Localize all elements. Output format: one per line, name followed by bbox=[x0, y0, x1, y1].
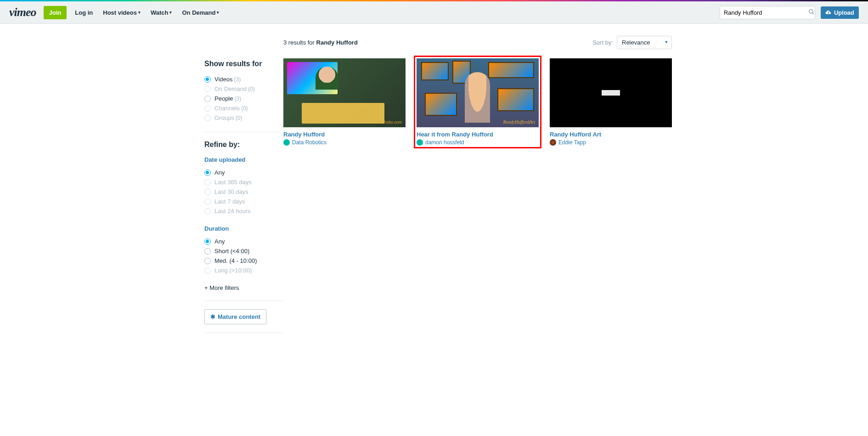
svg-point-0 bbox=[809, 9, 813, 13]
main-header: vimeo Join Log in Host videos▾ Watch▾ On… bbox=[0, 1, 868, 24]
filter-count: (3) bbox=[234, 96, 241, 102]
filter-option: Channels(0) bbox=[204, 103, 283, 113]
nav-on-demand[interactable]: On Demand▾ bbox=[182, 9, 219, 16]
sort-dropdown[interactable]: Relevance bbox=[617, 36, 672, 49]
filter-option[interactable]: Videos(3) bbox=[204, 74, 283, 84]
cloud-upload-icon bbox=[825, 9, 832, 16]
svg-line-1 bbox=[812, 12, 814, 14]
nav-label: Watch bbox=[151, 9, 169, 16]
filter-label: Med. (4 - 10:00) bbox=[214, 257, 257, 264]
user-avatar-icon bbox=[550, 139, 556, 146]
filter-label: Short (<4:00) bbox=[214, 248, 249, 255]
filter-option[interactable]: People(3) bbox=[204, 94, 283, 103]
radio-icon bbox=[204, 115, 211, 121]
join-button[interactable]: Join bbox=[44, 6, 67, 19]
video-card[interactable]: drobo.com Randy Hufford Data Robotics bbox=[283, 58, 406, 148]
filter-label: Videos bbox=[214, 76, 233, 83]
duration-list: AnyShort (<4:00)Med. (4 - 10:00)Long (>1… bbox=[204, 237, 283, 275]
video-grid: drobo.com Randy Hufford Data Robotics Ra… bbox=[283, 58, 672, 148]
filter-label: Groups bbox=[214, 114, 234, 121]
upload-label: Upload bbox=[834, 9, 854, 16]
video-thumbnail[interactable]: RandyHuffordArt bbox=[417, 58, 539, 127]
mature-content-button[interactable]: ✱ Mature content bbox=[204, 309, 266, 324]
user-avatar-icon bbox=[417, 139, 423, 146]
divider bbox=[204, 132, 283, 132]
filter-count: (3) bbox=[234, 76, 241, 83]
radio-icon bbox=[204, 258, 211, 264]
radio-icon bbox=[204, 170, 211, 176]
video-uploader[interactable]: Data Robotics bbox=[283, 139, 406, 146]
filter-count: (0) bbox=[248, 86, 255, 92]
filter-option: Long (>10:00) bbox=[204, 266, 283, 275]
filter-count: (0) bbox=[241, 105, 248, 112]
video-thumbnail[interactable] bbox=[550, 58, 672, 127]
radio-icon bbox=[204, 198, 211, 205]
duration-heading: Duration bbox=[204, 225, 283, 232]
filter-label: Channels bbox=[214, 105, 240, 112]
search-box bbox=[720, 6, 815, 19]
radio-icon bbox=[204, 105, 211, 112]
filter-label: Last 24 hours bbox=[214, 208, 251, 215]
nav-watch[interactable]: Watch▾ bbox=[151, 9, 172, 16]
filter-label: Any bbox=[214, 238, 225, 245]
filter-option[interactable]: Any bbox=[204, 168, 283, 177]
radio-icon bbox=[204, 248, 211, 255]
filter-count: (0) bbox=[236, 115, 242, 121]
radio-icon bbox=[204, 267, 211, 274]
user-avatar-icon bbox=[283, 139, 290, 146]
filter-option: Last 365 days bbox=[204, 177, 283, 187]
divider bbox=[204, 333, 283, 333]
search-input[interactable] bbox=[720, 6, 805, 19]
refine-heading: Refine by: bbox=[204, 141, 283, 149]
filter-label: Last 30 days bbox=[214, 188, 248, 195]
date-uploaded-list: AnyLast 365 daysLast 30 daysLast 7 daysL… bbox=[204, 168, 283, 216]
chevron-down-icon: ▾ bbox=[217, 10, 219, 15]
results-count-text: 3 results for Randy Hufford bbox=[283, 39, 358, 46]
video-thumbnail[interactable]: drobo.com bbox=[283, 58, 406, 127]
video-card[interactable]: Randy Hufford Art Eddie Tapp bbox=[550, 58, 672, 148]
nav-label: On Demand bbox=[182, 9, 215, 16]
search-icon[interactable] bbox=[805, 7, 818, 18]
upload-button[interactable]: Upload bbox=[821, 6, 859, 19]
filter-option: Last 24 hours bbox=[204, 206, 283, 216]
filter-label: Last 7 days bbox=[214, 198, 245, 205]
filter-option[interactable]: Med. (4 - 10:00) bbox=[204, 256, 283, 266]
video-uploader[interactable]: damon hossfeld bbox=[417, 139, 539, 146]
filter-label: Long (>10:00) bbox=[214, 267, 252, 274]
radio-icon bbox=[204, 96, 211, 102]
video-card-highlighted[interactable]: RandyHuffordArt Hear it from Randy Huffo… bbox=[414, 56, 541, 148]
show-results-list: Videos(3)On Demand(0)People(3)Channels(0… bbox=[204, 74, 283, 123]
radio-icon bbox=[204, 189, 211, 195]
video-title[interactable]: Randy Hufford Art bbox=[550, 131, 672, 138]
video-title[interactable]: Hear it from Randy Hufford bbox=[417, 131, 539, 138]
chevron-down-icon: ▾ bbox=[169, 10, 172, 15]
more-filters-link[interactable]: + More filters bbox=[204, 284, 283, 291]
radio-icon bbox=[204, 238, 211, 245]
mature-label: Mature content bbox=[218, 313, 260, 320]
radio-icon bbox=[204, 86, 211, 92]
login-link[interactable]: Log in bbox=[75, 9, 93, 16]
filter-option[interactable]: Any bbox=[204, 237, 283, 246]
filter-label: People bbox=[214, 95, 233, 102]
gear-icon: ✱ bbox=[210, 313, 215, 320]
divider bbox=[204, 300, 283, 301]
radio-icon bbox=[204, 179, 211, 186]
video-title[interactable]: Randy Hufford bbox=[283, 131, 406, 138]
sort-by-label: Sort by: bbox=[592, 39, 613, 46]
video-uploader[interactable]: Eddie Tapp bbox=[550, 139, 672, 146]
filter-option[interactable]: Short (<4:00) bbox=[204, 246, 283, 256]
chevron-down-icon: ▾ bbox=[138, 10, 141, 15]
filters-sidebar: Show results for Videos(3)On Demand(0)Pe… bbox=[204, 36, 283, 341]
results-bar: 3 results for Randy Hufford Sort by: Rel… bbox=[283, 36, 672, 49]
filter-option: Groups(0) bbox=[204, 113, 283, 123]
filter-option: Last 30 days bbox=[204, 187, 283, 197]
nav-label: Host videos bbox=[103, 9, 137, 16]
filter-option: On Demand(0) bbox=[204, 84, 283, 94]
nav-host-videos[interactable]: Host videos▾ bbox=[103, 9, 141, 16]
filter-label: Last 365 days bbox=[214, 179, 252, 186]
vimeo-logo[interactable]: vimeo bbox=[9, 6, 36, 19]
results-content: 3 results for Randy Hufford Sort by: Rel… bbox=[283, 36, 672, 341]
filter-label: On Demand bbox=[214, 85, 247, 92]
show-results-heading: Show results for bbox=[204, 60, 283, 68]
filter-option: Last 7 days bbox=[204, 197, 283, 206]
